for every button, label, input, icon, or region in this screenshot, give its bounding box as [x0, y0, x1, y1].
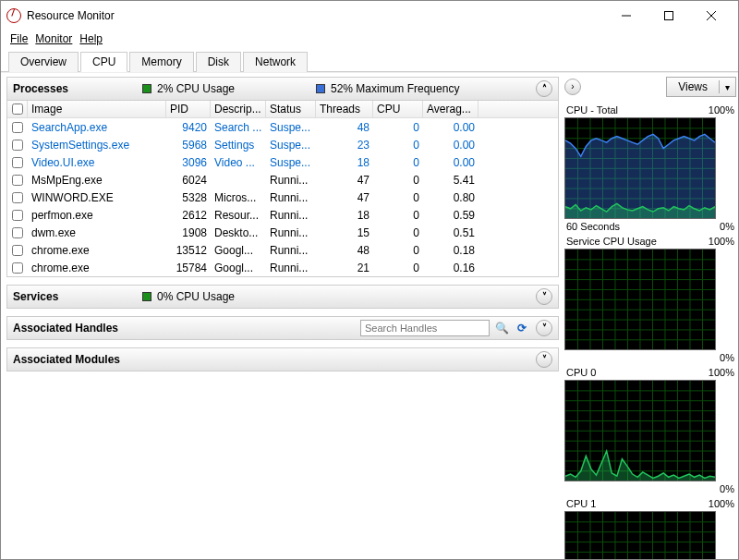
maximize-button[interactable]	[648, 3, 690, 29]
cell-threads: 15	[316, 226, 373, 239]
processes-max-freq: 52% Maximum Frequency	[316, 82, 459, 95]
cell-desc: Micros...	[211, 191, 266, 204]
tab-memory[interactable]: Memory	[129, 52, 193, 72]
handles-header[interactable]: Associated Handles 🔍 ⟳ ˅	[6, 316, 559, 340]
chart-total-label: CPU - Total100%	[564, 103, 736, 117]
menubar: File Monitor Help	[1, 30, 738, 51]
cell-cpu: 0	[373, 156, 423, 169]
table-row[interactable]: Video.UI.exe3096Video ...Suspe...1800.00	[7, 153, 558, 171]
cell-status: Suspe...	[266, 139, 316, 152]
expand-button[interactable]: ˅	[536, 288, 552, 305]
cell-desc: Video ...	[211, 156, 266, 169]
cell-cpu: 0	[373, 191, 423, 204]
cell-cpu: 0	[373, 209, 423, 222]
views-button[interactable]: Views ▾	[666, 77, 736, 97]
cell-avg: 0.59	[423, 209, 479, 222]
table-row[interactable]: chrome.exe13512Googl...Runni...4800.18	[7, 241, 558, 259]
search-handles-input[interactable]	[360, 320, 490, 336]
tab-disk[interactable]: Disk	[196, 52, 241, 72]
chart-cpu-total	[564, 117, 716, 219]
col-image[interactable]: Image	[28, 101, 166, 117]
cell-image: chrome.exe	[28, 262, 166, 274]
chart-cpu0-xaxis: 0%	[564, 481, 736, 496]
col-desc[interactable]: Descrip...	[211, 101, 266, 117]
refresh-icon[interactable]: ⟳	[514, 320, 530, 336]
expand-button[interactable]: ˅	[536, 320, 552, 336]
row-checkbox[interactable]	[12, 157, 23, 168]
menu-help[interactable]: Help	[79, 32, 103, 45]
table-row[interactable]: MsMpEng.exe6024Runni...4705.41	[7, 171, 558, 189]
cell-threads: 47	[316, 174, 373, 187]
expand-button[interactable]: ˅	[536, 351, 552, 368]
tab-cpu[interactable]: CPU	[80, 52, 127, 72]
cell-pid: 5328	[166, 191, 211, 204]
cell-cpu: 0	[373, 174, 423, 187]
cell-threads: 48	[316, 244, 373, 257]
col-cpu[interactable]: CPU	[373, 101, 423, 117]
tab-network[interactable]: Network	[243, 52, 308, 72]
cell-avg: 5.41	[423, 174, 479, 187]
processes-header[interactable]: Processes 2% CPU Usage 52% Maximum Frequ…	[6, 77, 559, 101]
table-row[interactable]: WINWORD.EXE5328Micros...Runni...4700.80	[7, 189, 558, 206]
col-checkbox[interactable]	[7, 101, 28, 117]
left-pane[interactable]: Processes 2% CPU Usage 52% Maximum Frequ…	[1, 73, 561, 559]
chevron-up-icon: ˄	[542, 84, 547, 93]
chevron-down-icon: ˅	[542, 355, 547, 364]
cell-desc: Deskto...	[211, 226, 266, 239]
table-row[interactable]: SearchApp.exe9420Search ...Suspe...4800.…	[7, 118, 558, 136]
right-pane[interactable]: › Views ▾ CPU - Total100% 60 Seconds0% S…	[561, 73, 738, 559]
cell-status: Runni...	[266, 226, 316, 239]
row-checkbox[interactable]	[12, 175, 23, 186]
collapse-charts-button[interactable]: ›	[564, 79, 581, 95]
cell-image: chrome.exe	[28, 244, 166, 257]
col-avg[interactable]: Averag...	[423, 101, 479, 117]
minimize-button[interactable]	[605, 3, 648, 29]
row-checkbox[interactable]	[12, 227, 23, 238]
cell-status: Runni...	[266, 244, 316, 257]
select-all-checkbox[interactable]	[12, 103, 23, 115]
collapse-button[interactable]: ˄	[536, 80, 552, 97]
modules-header[interactable]: Associated Modules ˅	[6, 347, 559, 371]
cell-avg: 0.00	[423, 156, 479, 169]
chart-cpu1	[564, 511, 716, 559]
row-checkbox[interactable]	[12, 245, 23, 256]
row-checkbox[interactable]	[12, 210, 23, 221]
cell-image: Video.UI.exe	[28, 156, 166, 169]
menu-file[interactable]: File	[10, 32, 28, 45]
cell-cpu: 0	[373, 121, 423, 134]
table-row[interactable]: SystemSettings.exe5968SettingsSuspe...23…	[7, 136, 558, 153]
svg-marker-24	[565, 134, 715, 218]
cell-threads: 23	[316, 139, 373, 152]
resource-monitor-window: Resource Monitor File Monitor Help Overv…	[0, 0, 739, 560]
close-button[interactable]	[690, 3, 733, 29]
chart-service-label: Service CPU Usage100%	[564, 234, 736, 249]
processes-cpu-usage: 2% CPU Usage	[142, 82, 316, 95]
tab-overview[interactable]: Overview	[8, 52, 79, 72]
modules-title: Associated Modules	[13, 353, 120, 366]
cell-cpu: 0	[373, 244, 423, 257]
row-checkbox[interactable]	[12, 140, 23, 151]
row-checkbox[interactable]	[12, 122, 23, 133]
processes-title: Processes	[13, 82, 142, 95]
cell-cpu: 0	[373, 226, 423, 239]
row-checkbox[interactable]	[12, 192, 23, 203]
cell-status: Suspe...	[266, 156, 316, 169]
table-row[interactable]: chrome.exe15784Googl...Runni...2100.16	[7, 259, 558, 276]
menu-monitor[interactable]: Monitor	[35, 32, 72, 45]
cell-threads: 48	[316, 121, 373, 134]
cell-image: dwm.exe	[28, 226, 166, 239]
services-header[interactable]: Services 0% CPU Usage ˅	[6, 285, 559, 309]
table-row[interactable]: dwm.exe1908Deskto...Runni...1500.51	[7, 224, 558, 241]
cell-image: MsMpEng.exe	[28, 174, 166, 187]
col-threads[interactable]: Threads	[316, 101, 373, 117]
row-checkbox[interactable]	[12, 262, 23, 274]
titlebar: Resource Monitor	[1, 1, 738, 30]
col-pid[interactable]: PID	[166, 101, 211, 117]
cell-desc: Resour...	[211, 209, 266, 222]
cell-desc: Settings	[211, 139, 266, 152]
blue-swatch-icon	[316, 84, 325, 93]
table-row[interactable]: perfmon.exe2612Resour...Runni...1800.59	[7, 206, 558, 224]
col-status[interactable]: Status	[266, 101, 316, 117]
search-icon[interactable]: 🔍	[493, 320, 510, 336]
cell-avg: 0.80	[423, 191, 479, 204]
